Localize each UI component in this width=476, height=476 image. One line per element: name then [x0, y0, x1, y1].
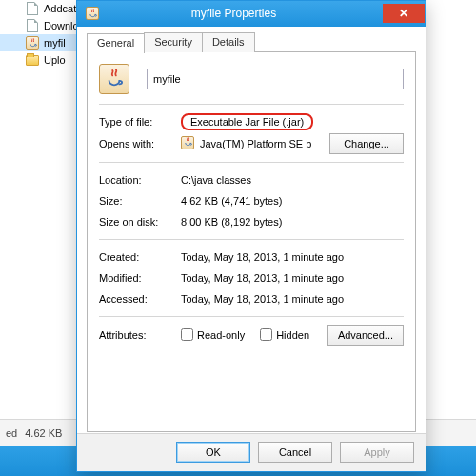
- label-attributes: Attributes:: [99, 329, 181, 341]
- readonly-input[interactable]: [181, 328, 193, 341]
- status-size: 4.62 KB: [25, 427, 62, 439]
- readonly-checkbox[interactable]: Read-only: [181, 328, 245, 341]
- value-accessed: Today, May 18, 2013, 1 minute ago: [181, 293, 404, 305]
- file-icon: [25, 1, 40, 16]
- label-location: Location:: [99, 174, 181, 186]
- value-modified: Today, May 18, 2013, 1 minute ago: [181, 272, 404, 284]
- tab-general[interactable]: General: [87, 33, 145, 53]
- hidden-label: Hidden: [276, 329, 309, 341]
- label-type: Type of file:: [99, 116, 181, 128]
- tab-details[interactable]: Details: [202, 32, 255, 52]
- tab-strip: General Security Details: [87, 32, 416, 52]
- filename-input[interactable]: [147, 69, 404, 89]
- value-size: 4.62 KB (4,741 bytes): [181, 195, 404, 207]
- ok-button[interactable]: OK: [176, 442, 250, 463]
- value-opens-with: Java(TM) Platform SE b: [200, 138, 324, 149]
- properties-dialog: myfile Properties ✕ General Security Det…: [76, 0, 426, 472]
- jar-icon: [25, 35, 40, 50]
- file-type-icon: [99, 64, 129, 94]
- tab-panel-general: Type of file: Executable Jar File (.jar)…: [87, 51, 416, 432]
- hidden-checkbox[interactable]: Hidden: [260, 328, 309, 341]
- file-icon: [25, 18, 40, 33]
- apply-button[interactable]: Apply: [340, 442, 414, 463]
- window-title: myfile Properties: [85, 7, 383, 20]
- java-app-icon: [181, 136, 196, 151]
- folder-icon: [25, 52, 40, 68]
- advanced-button[interactable]: Advanced...: [327, 325, 404, 346]
- value-location: C:\java classes: [181, 174, 404, 186]
- status-text: ed: [6, 427, 17, 439]
- label-created: Created:: [99, 251, 181, 263]
- dialog-button-row: OK Cancel Apply: [77, 433, 426, 471]
- label-opens-with: Opens with:: [99, 138, 181, 149]
- titlebar[interactable]: myfile Properties ✕: [77, 1, 426, 27]
- label-size: Size:: [99, 195, 181, 207]
- cancel-button[interactable]: Cancel: [258, 442, 332, 463]
- label-modified: Modified:: [99, 272, 181, 284]
- label-size-on-disk: Size on disk:: [99, 216, 181, 228]
- readonly-label: Read-only: [197, 329, 245, 341]
- hidden-input[interactable]: [260, 328, 272, 341]
- close-icon: ✕: [399, 7, 408, 20]
- value-type: Executable Jar File (.jar): [181, 113, 313, 130]
- close-button[interactable]: ✕: [383, 4, 425, 23]
- change-button[interactable]: Change...: [329, 133, 404, 154]
- tab-security[interactable]: Security: [144, 32, 203, 52]
- value-size-on-disk: 8.00 KB (8,192 bytes): [181, 216, 404, 228]
- label-accessed: Accessed:: [99, 293, 181, 305]
- value-created: Today, May 18, 2013, 1 minute ago: [181, 251, 404, 263]
